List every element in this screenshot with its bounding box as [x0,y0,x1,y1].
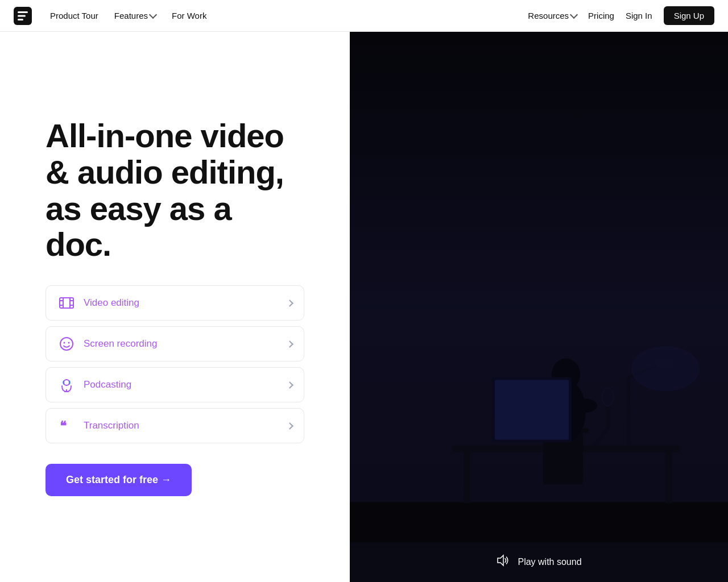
nav-right: Resources Pricing Sign In Sign Up [528,6,714,25]
main-content: All-in-one video & audio editing, as eas… [0,32,728,582]
quote-icon: ❝ [57,417,76,435]
feature-chevron-screen-recording [286,340,293,348]
svg-point-35 [602,388,614,406]
svg-line-36 [594,429,608,446]
film-icon [57,294,76,312]
svg-text:❝: ❝ [60,419,67,433]
feature-item-video-editing[interactable]: Video editing [46,285,304,321]
svg-rect-21 [665,452,672,504]
resources-chevron-icon [570,11,578,19]
svg-rect-2 [18,15,26,16]
video-controls-bar: Play with sound [350,542,728,582]
video-area [350,32,728,582]
feature-chevron-podcasting [286,381,293,389]
smiley-icon [57,335,76,353]
svg-rect-3 [18,19,23,20]
nav-left: Product Tour Features For Work [50,11,528,20]
feature-label-podcasting: Podcasting [84,379,131,390]
hero-left: All-in-one video & audio editing, as eas… [0,32,350,582]
svg-point-33 [631,346,700,392]
feature-item-transcription[interactable]: ❝ Transcription [46,408,304,443]
nav-features[interactable]: Features [114,11,156,20]
svg-marker-40 [498,555,503,566]
hero-title: All-in-one video & audio editing, as eas… [46,118,304,263]
play-with-sound-label[interactable]: Play with sound [518,557,581,567]
feature-chevron-transcription [286,422,293,430]
svg-point-13 [68,342,70,344]
svg-rect-18 [350,502,728,548]
feature-label-video-editing: Video editing [84,297,139,309]
signup-button[interactable]: Sign Up [664,6,714,25]
svg-point-11 [60,338,73,350]
nav-product-tour[interactable]: Product Tour [50,11,98,20]
silhouette-svg [350,163,728,548]
svg-point-14 [64,380,69,385]
cta-button[interactable]: Get started for free → [46,464,192,496]
svg-point-12 [64,342,65,344]
volume-icon[interactable] [496,554,510,571]
signin-button[interactable]: Sign In [626,11,652,20]
feature-list: Video editing Screen recording [46,285,304,443]
navbar: Product Tour Features For Work Resources… [0,0,728,32]
svg-rect-20 [464,452,470,504]
svg-rect-1 [18,11,28,13]
feature-item-screen-recording[interactable]: Screen recording [46,326,304,361]
podcast-icon [57,376,76,394]
svg-point-29 [574,399,597,413]
hero-right: Play with sound [350,32,728,582]
nav-resources[interactable]: Resources [528,11,577,20]
feature-label-transcription: Transcription [84,420,139,431]
nav-for-work[interactable]: For Work [172,11,206,20]
feature-chevron-video-editing [286,300,293,307]
feature-label-screen-recording: Screen recording [84,338,157,350]
features-chevron-icon [149,11,157,19]
logo[interactable] [14,7,32,25]
svg-rect-4 [60,298,73,308]
nav-pricing[interactable]: Pricing [588,11,614,20]
feature-item-podcasting[interactable]: Podcasting [46,367,304,402]
svg-rect-39 [495,380,569,440]
